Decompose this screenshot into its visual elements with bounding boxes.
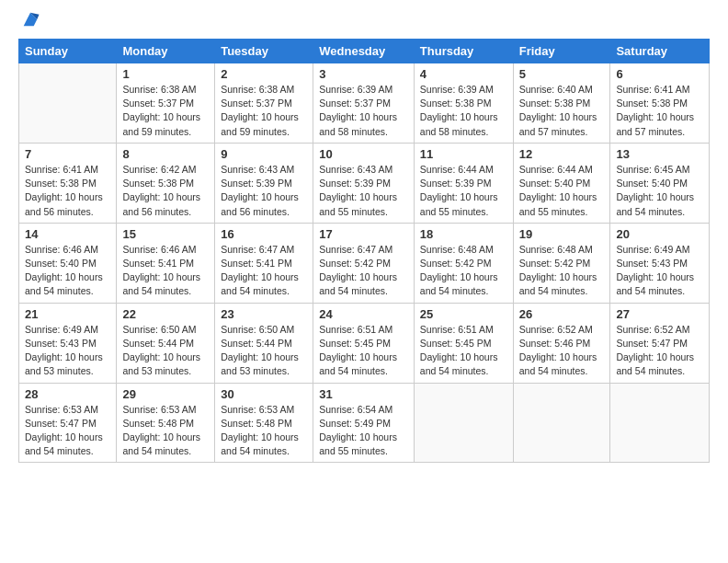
day-number: 9	[221, 147, 307, 161]
day-info: Sunrise: 6:52 AM Sunset: 5:46 PM Dayligh…	[519, 323, 605, 379]
day-info: Sunrise: 6:39 AM Sunset: 5:38 PM Dayligh…	[420, 83, 507, 139]
day-info: Sunrise: 6:38 AM Sunset: 5:37 PM Dayligh…	[221, 83, 307, 139]
calendar-cell: 28Sunrise: 6:53 AM Sunset: 5:47 PM Dayli…	[19, 383, 117, 463]
day-number: 16	[221, 227, 307, 241]
day-info: Sunrise: 6:39 AM Sunset: 5:37 PM Dayligh…	[319, 83, 408, 139]
day-number: 3	[319, 67, 408, 81]
calendar-week-1: 1Sunrise: 6:38 AM Sunset: 5:37 PM Daylig…	[19, 63, 710, 144]
day-info: Sunrise: 6:48 AM Sunset: 5:42 PM Dayligh…	[519, 243, 605, 299]
day-number: 12	[519, 147, 605, 161]
calendar-cell: 14Sunrise: 6:46 AM Sunset: 5:40 PM Dayli…	[19, 223, 117, 303]
col-header-thursday: Thursday	[414, 40, 513, 63]
page: SundayMondayTuesdayWednesdayThursdayFrid…	[0, 0, 728, 563]
calendar-cell: 23Sunrise: 6:50 AM Sunset: 5:44 PM Dayli…	[215, 303, 313, 383]
day-number: 23	[221, 307, 307, 321]
calendar-cell: 26Sunrise: 6:52 AM Sunset: 5:46 PM Dayli…	[513, 303, 610, 383]
calendar-cell: 29Sunrise: 6:53 AM Sunset: 5:48 PM Dayli…	[117, 383, 215, 463]
header	[18, 17, 710, 29]
day-number: 31	[319, 387, 408, 401]
day-number: 4	[420, 67, 507, 81]
calendar-week-5: 28Sunrise: 6:53 AM Sunset: 5:47 PM Dayli…	[19, 383, 710, 463]
day-number: 15	[122, 227, 209, 241]
day-info: Sunrise: 6:52 AM Sunset: 5:47 PM Dayligh…	[616, 323, 703, 379]
logo	[18, 17, 40, 29]
day-info: Sunrise: 6:43 AM Sunset: 5:39 PM Dayligh…	[221, 163, 307, 219]
day-info: Sunrise: 6:48 AM Sunset: 5:42 PM Dayligh…	[420, 243, 507, 299]
col-header-monday: Monday	[117, 40, 215, 63]
day-info: Sunrise: 6:51 AM Sunset: 5:45 PM Dayligh…	[319, 323, 408, 379]
calendar-cell: 11Sunrise: 6:44 AM Sunset: 5:39 PM Dayli…	[414, 143, 513, 223]
day-info: Sunrise: 6:44 AM Sunset: 5:40 PM Dayligh…	[519, 163, 605, 219]
calendar-cell: 16Sunrise: 6:47 AM Sunset: 5:41 PM Dayli…	[215, 223, 313, 303]
calendar-cell: 27Sunrise: 6:52 AM Sunset: 5:47 PM Dayli…	[610, 303, 710, 383]
day-number: 14	[25, 227, 110, 241]
col-header-saturday: Saturday	[610, 40, 710, 63]
day-info: Sunrise: 6:50 AM Sunset: 5:44 PM Dayligh…	[122, 323, 209, 379]
col-header-sunday: Sunday	[19, 40, 117, 63]
calendar-header-row: SundayMondayTuesdayWednesdayThursdayFrid…	[19, 40, 710, 63]
day-info: Sunrise: 6:47 AM Sunset: 5:41 PM Dayligh…	[221, 243, 307, 299]
calendar-week-2: 7Sunrise: 6:41 AM Sunset: 5:38 PM Daylig…	[19, 143, 710, 223]
calendar-cell: 2Sunrise: 6:38 AM Sunset: 5:37 PM Daylig…	[215, 63, 313, 144]
day-number: 2	[221, 67, 307, 81]
day-number: 24	[319, 307, 408, 321]
day-info: Sunrise: 6:47 AM Sunset: 5:42 PM Dayligh…	[319, 243, 408, 299]
logo-icon	[20, 9, 40, 29]
calendar-cell: 19Sunrise: 6:48 AM Sunset: 5:42 PM Dayli…	[513, 223, 610, 303]
day-info: Sunrise: 6:42 AM Sunset: 5:38 PM Dayligh…	[122, 163, 209, 219]
day-number: 13	[616, 147, 703, 161]
calendar-cell	[610, 383, 710, 463]
calendar-cell: 24Sunrise: 6:51 AM Sunset: 5:45 PM Dayli…	[313, 303, 415, 383]
day-number: 21	[25, 307, 110, 321]
calendar-cell: 21Sunrise: 6:49 AM Sunset: 5:43 PM Dayli…	[19, 303, 117, 383]
day-info: Sunrise: 6:53 AM Sunset: 5:48 PM Dayligh…	[221, 403, 307, 459]
day-number: 5	[519, 67, 605, 81]
calendar-cell: 13Sunrise: 6:45 AM Sunset: 5:40 PM Dayli…	[610, 143, 710, 223]
calendar-cell: 31Sunrise: 6:54 AM Sunset: 5:49 PM Dayli…	[313, 383, 415, 463]
day-info: Sunrise: 6:54 AM Sunset: 5:49 PM Dayligh…	[319, 403, 408, 459]
day-info: Sunrise: 6:53 AM Sunset: 5:47 PM Dayligh…	[25, 403, 110, 459]
day-number: 28	[25, 387, 110, 401]
day-info: Sunrise: 6:49 AM Sunset: 5:43 PM Dayligh…	[616, 243, 703, 299]
calendar-cell: 3Sunrise: 6:39 AM Sunset: 5:37 PM Daylig…	[313, 63, 415, 144]
day-info: Sunrise: 6:38 AM Sunset: 5:37 PM Dayligh…	[122, 83, 209, 139]
day-info: Sunrise: 6:41 AM Sunset: 5:38 PM Dayligh…	[616, 83, 703, 139]
day-number: 25	[420, 307, 507, 321]
calendar-table: SundayMondayTuesdayWednesdayThursdayFrid…	[18, 39, 710, 463]
day-info: Sunrise: 6:46 AM Sunset: 5:40 PM Dayligh…	[25, 243, 110, 299]
day-number: 8	[122, 147, 209, 161]
day-number: 29	[122, 387, 209, 401]
calendar-cell: 1Sunrise: 6:38 AM Sunset: 5:37 PM Daylig…	[117, 63, 215, 144]
day-number: 10	[319, 147, 408, 161]
calendar-cell: 20Sunrise: 6:49 AM Sunset: 5:43 PM Dayli…	[610, 223, 710, 303]
day-number: 11	[420, 147, 507, 161]
calendar-cell: 7Sunrise: 6:41 AM Sunset: 5:38 PM Daylig…	[19, 143, 117, 223]
day-number: 27	[616, 307, 703, 321]
calendar-cell: 12Sunrise: 6:44 AM Sunset: 5:40 PM Dayli…	[513, 143, 610, 223]
day-info: Sunrise: 6:46 AM Sunset: 5:41 PM Dayligh…	[122, 243, 209, 299]
col-header-friday: Friday	[513, 40, 610, 63]
day-info: Sunrise: 6:45 AM Sunset: 5:40 PM Dayligh…	[616, 163, 703, 219]
day-info: Sunrise: 6:43 AM Sunset: 5:39 PM Dayligh…	[319, 163, 408, 219]
day-info: Sunrise: 6:44 AM Sunset: 5:39 PM Dayligh…	[420, 163, 507, 219]
calendar-cell	[513, 383, 610, 463]
day-info: Sunrise: 6:41 AM Sunset: 5:38 PM Dayligh…	[25, 163, 110, 219]
calendar-cell: 10Sunrise: 6:43 AM Sunset: 5:39 PM Dayli…	[313, 143, 415, 223]
calendar-cell: 18Sunrise: 6:48 AM Sunset: 5:42 PM Dayli…	[414, 223, 513, 303]
day-number: 19	[519, 227, 605, 241]
calendar-cell: 22Sunrise: 6:50 AM Sunset: 5:44 PM Dayli…	[117, 303, 215, 383]
day-number: 26	[519, 307, 605, 321]
day-info: Sunrise: 6:49 AM Sunset: 5:43 PM Dayligh…	[25, 323, 110, 379]
day-info: Sunrise: 6:53 AM Sunset: 5:48 PM Dayligh…	[122, 403, 209, 459]
day-number: 18	[420, 227, 507, 241]
calendar-cell: 4Sunrise: 6:39 AM Sunset: 5:38 PM Daylig…	[414, 63, 513, 144]
day-info: Sunrise: 6:51 AM Sunset: 5:45 PM Dayligh…	[420, 323, 507, 379]
day-number: 22	[122, 307, 209, 321]
calendar-week-3: 14Sunrise: 6:46 AM Sunset: 5:40 PM Dayli…	[19, 223, 710, 303]
day-number: 1	[122, 67, 209, 81]
calendar-cell: 17Sunrise: 6:47 AM Sunset: 5:42 PM Dayli…	[313, 223, 415, 303]
calendar-cell: 6Sunrise: 6:41 AM Sunset: 5:38 PM Daylig…	[610, 63, 710, 144]
calendar-cell: 5Sunrise: 6:40 AM Sunset: 5:38 PM Daylig…	[513, 63, 610, 144]
col-header-tuesday: Tuesday	[215, 40, 313, 63]
calendar-cell	[414, 383, 513, 463]
